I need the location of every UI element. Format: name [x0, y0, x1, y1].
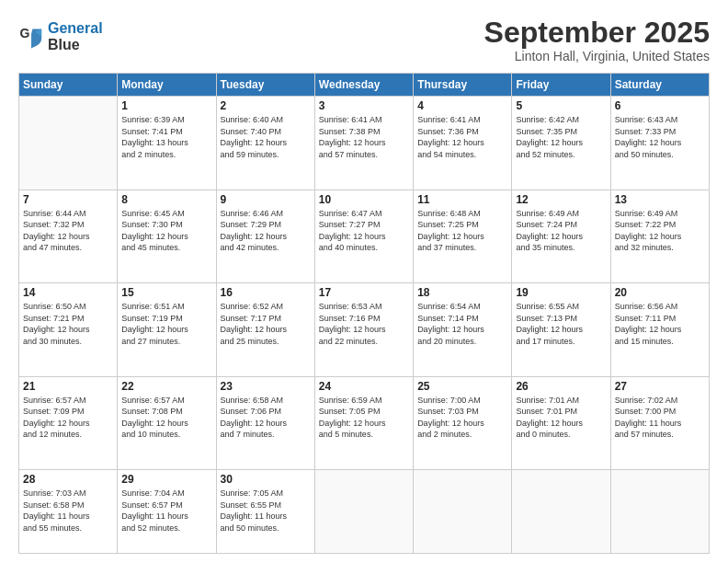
day-info: Sunrise: 7:03 AM Sunset: 6:58 PM Dayligh…: [23, 488, 113, 534]
day-number: 21: [23, 380, 113, 393]
day-number: 25: [417, 380, 507, 393]
calendar-cell: 29Sunrise: 7:04 AM Sunset: 6:57 PM Dayli…: [118, 470, 216, 554]
day-info: Sunrise: 6:54 AM Sunset: 7:14 PM Dayligh…: [417, 301, 507, 347]
day-info: Sunrise: 6:46 AM Sunset: 7:29 PM Dayligh…: [221, 208, 311, 254]
day-info: Sunrise: 6:57 AM Sunset: 7:09 PM Dayligh…: [23, 395, 113, 441]
day-number: 8: [121, 193, 211, 206]
calendar-cell: 15Sunrise: 6:51 AM Sunset: 7:19 PM Dayli…: [118, 283, 216, 376]
day-info: Sunrise: 6:39 AM Sunset: 7:41 PM Dayligh…: [121, 114, 211, 160]
calendar-cell: 3Sunrise: 6:41 AM Sunset: 7:38 PM Daylig…: [314, 97, 413, 190]
day-number: 26: [516, 380, 606, 393]
calendar-cell: 7Sunrise: 6:44 AM Sunset: 7:32 PM Daylig…: [19, 190, 118, 282]
calendar-cell: [610, 470, 709, 554]
calendar-cell: 6Sunrise: 6:43 AM Sunset: 7:33 PM Daylig…: [610, 97, 709, 190]
calendar-cell: 5Sunrise: 6:42 AM Sunset: 7:35 PM Daylig…: [512, 97, 610, 190]
calendar-cell: 13Sunrise: 6:49 AM Sunset: 7:22 PM Dayli…: [610, 190, 709, 282]
day-info: Sunrise: 6:52 AM Sunset: 7:17 PM Dayligh…: [221, 301, 311, 347]
logo-icon: G: [18, 24, 44, 50]
day-number: 1: [121, 99, 211, 112]
calendar-cell: 28Sunrise: 7:03 AM Sunset: 6:58 PM Dayli…: [19, 470, 118, 554]
calendar-page: G General Blue September 2025 Linton Hal…: [0, 0, 728, 563]
day-info: Sunrise: 6:42 AM Sunset: 7:35 PM Dayligh…: [516, 114, 606, 160]
day-info: Sunrise: 6:48 AM Sunset: 7:25 PM Dayligh…: [417, 208, 507, 254]
day-number: 24: [319, 380, 409, 393]
day-number: 17: [319, 286, 409, 299]
day-number: 6: [615, 99, 705, 112]
day-number: 13: [615, 193, 705, 206]
weekday-header-sunday: Sunday: [19, 74, 118, 97]
calendar-cell: 25Sunrise: 7:00 AM Sunset: 7:03 PM Dayli…: [414, 376, 512, 469]
day-info: Sunrise: 6:49 AM Sunset: 7:22 PM Dayligh…: [615, 208, 705, 254]
calendar-cell: 20Sunrise: 6:56 AM Sunset: 7:11 PM Dayli…: [610, 283, 709, 376]
calendar-cell: [414, 470, 512, 554]
day-number: 20: [615, 286, 705, 299]
day-number: 11: [417, 193, 507, 206]
calendar-cell: [19, 97, 118, 190]
location: Linton Hall, Virginia, United States: [484, 49, 710, 63]
calendar-cell: 24Sunrise: 6:59 AM Sunset: 7:05 PM Dayli…: [314, 376, 413, 469]
calendar-cell: [512, 470, 610, 554]
day-info: Sunrise: 6:58 AM Sunset: 7:06 PM Dayligh…: [221, 395, 311, 441]
day-number: 7: [23, 193, 113, 206]
title-block: September 2025 Linton Hall, Virginia, Un…: [484, 17, 710, 63]
day-number: 28: [23, 473, 113, 486]
calendar-cell: 23Sunrise: 6:58 AM Sunset: 7:06 PM Dayli…: [216, 376, 314, 469]
day-number: 9: [221, 193, 311, 206]
weekday-header-monday: Monday: [118, 74, 216, 97]
day-number: 12: [516, 193, 606, 206]
page-header: G General Blue September 2025 Linton Hal…: [18, 17, 710, 63]
day-number: 29: [121, 473, 211, 486]
week-row-4: 21Sunrise: 6:57 AM Sunset: 7:09 PM Dayli…: [19, 376, 710, 469]
calendar-cell: 27Sunrise: 7:02 AM Sunset: 7:00 PM Dayli…: [610, 376, 709, 469]
day-info: Sunrise: 6:41 AM Sunset: 7:38 PM Dayligh…: [319, 114, 409, 160]
logo: G General Blue: [18, 20, 103, 52]
weekday-header-tuesday: Tuesday: [216, 74, 314, 97]
day-info: Sunrise: 6:53 AM Sunset: 7:16 PM Dayligh…: [319, 301, 409, 347]
day-info: Sunrise: 6:41 AM Sunset: 7:36 PM Dayligh…: [417, 114, 507, 160]
week-row-3: 14Sunrise: 6:50 AM Sunset: 7:21 PM Dayli…: [19, 283, 710, 376]
calendar-table: SundayMondayTuesdayWednesdayThursdayFrid…: [18, 73, 710, 554]
day-number: 5: [516, 99, 606, 112]
weekday-header-saturday: Saturday: [610, 74, 709, 97]
day-number: 19: [516, 286, 606, 299]
day-number: 16: [221, 286, 311, 299]
day-number: 10: [319, 193, 409, 206]
calendar-cell: 16Sunrise: 6:52 AM Sunset: 7:17 PM Dayli…: [216, 283, 314, 376]
calendar-cell: 9Sunrise: 6:46 AM Sunset: 7:29 PM Daylig…: [216, 190, 314, 282]
calendar-header-row: SundayMondayTuesdayWednesdayThursdayFrid…: [19, 74, 710, 97]
day-number: 22: [121, 380, 211, 393]
day-info: Sunrise: 6:56 AM Sunset: 7:11 PM Dayligh…: [615, 301, 705, 347]
day-info: Sunrise: 6:45 AM Sunset: 7:30 PM Dayligh…: [121, 208, 211, 254]
weekday-header-thursday: Thursday: [414, 74, 512, 97]
day-number: 4: [417, 99, 507, 112]
calendar-cell: 18Sunrise: 6:54 AM Sunset: 7:14 PM Dayli…: [414, 283, 512, 376]
logo-text: General Blue: [48, 20, 103, 52]
weekday-header-friday: Friday: [512, 74, 610, 97]
calendar-cell: 2Sunrise: 6:40 AM Sunset: 7:40 PM Daylig…: [216, 97, 314, 190]
day-info: Sunrise: 6:50 AM Sunset: 7:21 PM Dayligh…: [23, 301, 113, 347]
calendar-cell: 17Sunrise: 6:53 AM Sunset: 7:16 PM Dayli…: [314, 283, 413, 376]
calendar-cell: 30Sunrise: 7:05 AM Sunset: 6:55 PM Dayli…: [216, 470, 314, 554]
day-number: 3: [319, 99, 409, 112]
day-info: Sunrise: 7:01 AM Sunset: 7:01 PM Dayligh…: [516, 395, 606, 441]
week-row-2: 7Sunrise: 6:44 AM Sunset: 7:32 PM Daylig…: [19, 190, 710, 282]
day-info: Sunrise: 6:43 AM Sunset: 7:33 PM Dayligh…: [615, 114, 705, 160]
calendar-cell: 11Sunrise: 6:48 AM Sunset: 7:25 PM Dayli…: [414, 190, 512, 282]
day-info: Sunrise: 6:55 AM Sunset: 7:13 PM Dayligh…: [516, 301, 606, 347]
day-info: Sunrise: 7:02 AM Sunset: 7:00 PM Dayligh…: [615, 395, 705, 441]
day-info: Sunrise: 6:51 AM Sunset: 7:19 PM Dayligh…: [121, 301, 211, 347]
day-info: Sunrise: 6:40 AM Sunset: 7:40 PM Dayligh…: [221, 114, 311, 160]
day-number: 27: [615, 380, 705, 393]
week-row-1: 1Sunrise: 6:39 AM Sunset: 7:41 PM Daylig…: [19, 97, 710, 190]
day-number: 2: [221, 99, 311, 112]
day-info: Sunrise: 6:57 AM Sunset: 7:08 PM Dayligh…: [121, 395, 211, 441]
calendar-cell: 14Sunrise: 6:50 AM Sunset: 7:21 PM Dayli…: [19, 283, 118, 376]
calendar-cell: 22Sunrise: 6:57 AM Sunset: 7:08 PM Dayli…: [118, 376, 216, 469]
calendar-cell: 4Sunrise: 6:41 AM Sunset: 7:36 PM Daylig…: [414, 97, 512, 190]
calendar-cell: 26Sunrise: 7:01 AM Sunset: 7:01 PM Dayli…: [512, 376, 610, 469]
day-number: 23: [221, 380, 311, 393]
week-row-5: 28Sunrise: 7:03 AM Sunset: 6:58 PM Dayli…: [19, 470, 710, 554]
day-info: Sunrise: 6:49 AM Sunset: 7:24 PM Dayligh…: [516, 208, 606, 254]
day-info: Sunrise: 6:47 AM Sunset: 7:27 PM Dayligh…: [319, 208, 409, 254]
day-number: 30: [221, 473, 311, 486]
